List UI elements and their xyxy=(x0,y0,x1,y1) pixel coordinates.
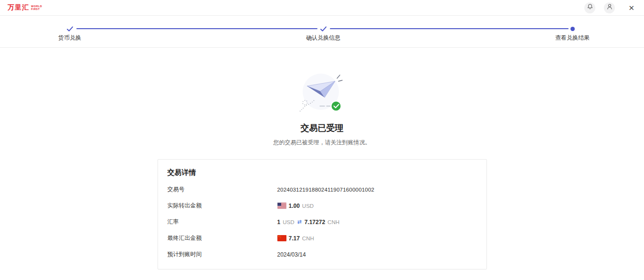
step-label: 确认兑换信息 xyxy=(306,34,340,42)
step-label: 查看兑换结果 xyxy=(555,34,590,42)
worldfirst-logo[interactable]: 万里汇 WORLD FIRST xyxy=(8,3,42,12)
user-icon xyxy=(606,3,613,12)
result-subtitle: 您的交易已被受理，请关注到账情况。 xyxy=(0,139,644,147)
step-check-icon xyxy=(306,25,340,32)
step-label: 货币兑换 xyxy=(58,34,81,42)
stepper-connector-2 xyxy=(330,28,569,29)
step-check-icon xyxy=(58,25,81,32)
progress-stepper: 货币兑换 确认兑换信息 查看兑换结果 xyxy=(0,16,644,48)
paper-plane-illustration xyxy=(296,72,348,117)
row-arrival-time: 预计到账时间 2024/03/14 xyxy=(168,250,477,258)
row-transaction-number: 交易号 2024031219188024119071600001002 xyxy=(168,185,477,194)
final-amount-currency: CNH xyxy=(302,236,314,241)
notification-button[interactable] xyxy=(584,2,595,13)
header-actions: ✕ xyxy=(576,2,637,13)
close-icon[interactable]: ✕ xyxy=(628,4,634,11)
amount-out-value: 1.00 xyxy=(289,203,300,209)
bell-icon xyxy=(587,3,593,12)
amount-out-currency: USD xyxy=(302,203,314,209)
stepper-connector-1 xyxy=(76,28,317,29)
step-currency-exchange: 货币兑换 xyxy=(58,25,81,42)
row-final-amount: 最终汇出金额 7.17 CNH xyxy=(168,234,477,242)
exchange-icon: ⇄ xyxy=(296,219,302,225)
logo-cn-text: 万里汇 xyxy=(8,3,29,12)
account-button[interactable] xyxy=(604,2,615,13)
top-header: 万里汇 WORLD FIRST ✕ xyxy=(0,0,644,16)
row-amount-out: 实际转出金额 1.00 USD xyxy=(168,202,477,210)
step-confirm-info: 确认兑换信息 xyxy=(306,25,340,42)
step-view-result: 查看兑换结果 xyxy=(555,25,590,42)
cn-flag-icon xyxy=(277,235,286,241)
transaction-detail-card: 交易详情 交易号 2024031219188024119071600001002… xyxy=(158,159,487,269)
card-title: 交易详情 xyxy=(168,168,477,177)
arrival-date-value: 2024/03/14 xyxy=(277,251,306,258)
result-title: 交易已受理 xyxy=(0,122,644,134)
logo-en-text: WORLD FIRST xyxy=(31,5,42,11)
transaction-number-value: 2024031219188024119071600001002 xyxy=(277,187,375,193)
step-dot-icon xyxy=(555,25,590,32)
final-amount-value: 7.17 xyxy=(289,235,300,242)
success-check-icon xyxy=(331,101,341,111)
us-flag-icon xyxy=(277,203,286,209)
row-exchange-rate: 汇率 1 USD ⇄ 7.17272 CNH xyxy=(168,218,477,226)
